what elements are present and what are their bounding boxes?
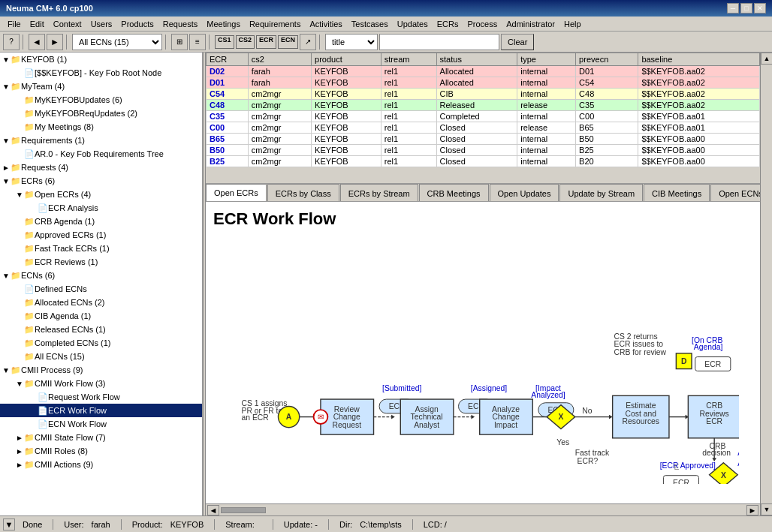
col-header-stream[interactable]: stream xyxy=(381,53,436,66)
col-header-baseline[interactable]: baseline xyxy=(638,53,760,66)
tree-item-my-meetings[interactable]: 📁 My Meetings (8) xyxy=(0,120,202,134)
tree-item-cmii-actions[interactable]: ► 📁 CMII Actions (9) xyxy=(0,458,202,471)
tree-item-ecr-analysis[interactable]: 📄 ECR Analysis xyxy=(0,201,202,215)
scroll-left-btn[interactable]: ◄ xyxy=(207,505,219,515)
tree-item-released-ecns[interactable]: 📁 Released ECNs (1) xyxy=(0,323,202,336)
menu-help[interactable]: Help xyxy=(559,18,586,30)
ecns-dropdown[interactable]: All ECNs (15) xyxy=(72,34,162,50)
scroll-right-btn[interactable]: ► xyxy=(746,505,758,515)
table-row[interactable]: C35cm2mgrKEYFOBrel1CompletedinternalC00$… xyxy=(207,111,760,122)
col-header-status[interactable]: status xyxy=(436,53,517,66)
menu-testcases[interactable]: Testcases xyxy=(347,18,393,30)
tree-item-allocated-ecns[interactable]: 📁 Allocated ECNs (2) xyxy=(0,296,202,309)
grid-button[interactable]: ⊞ xyxy=(171,34,188,50)
tree-item-keyfob[interactable]: ▼ 📁 KEYFOB (1) xyxy=(0,53,202,66)
table-row[interactable]: B25cm2mgrKEYFOBrel1ClosedinternalB20$$KE… xyxy=(207,156,760,167)
scroll-down-btn[interactable]: ▼ xyxy=(761,503,772,515)
status-icon-btn[interactable]: ▼ xyxy=(3,518,15,530)
cs1-button[interactable]: CS1 xyxy=(215,35,234,49)
tree-item-cmii-roles[interactable]: ► 📁 CMII Roles (8) xyxy=(0,444,202,458)
expand-icon[interactable]: ▼ xyxy=(2,366,11,374)
tree-item-cmii-process[interactable]: ▼ 📁 CMII Process (9) xyxy=(0,363,202,377)
menu-requests[interactable]: Requests xyxy=(158,18,202,30)
tree-item-ecrs[interactable]: ▼ 📁 ECRs (6) xyxy=(0,174,202,188)
tree-item-requests[interactable]: ► 📁 Requests (4) xyxy=(0,161,202,174)
menu-ecrs[interactable]: ECRs xyxy=(433,18,463,30)
menu-administrator[interactable]: Administrator xyxy=(502,18,559,30)
menu-users[interactable]: Users xyxy=(86,18,117,30)
tab-ecrs-by-stream[interactable]: ECRs by Stream xyxy=(340,184,418,202)
col-header-product[interactable]: product xyxy=(312,53,381,66)
expand-icon[interactable]: ▼ xyxy=(15,380,24,388)
col-header-prevecn[interactable]: prevecn xyxy=(576,53,638,66)
menu-updates[interactable]: Updates xyxy=(393,18,433,30)
tree-item-approved-ecrs[interactable]: 📁 Approved ECRs (1) xyxy=(0,228,202,242)
tree-item-ecn-workflow[interactable]: 📄 ECN Work Flow xyxy=(0,417,202,431)
back-button[interactable]: ◄ xyxy=(29,34,45,50)
expand-icon[interactable]: ▼ xyxy=(2,272,11,280)
expand-icon[interactable]: ▼ xyxy=(2,83,11,91)
tree-item-requirements[interactable]: ▼ 📁 Requirements (1) xyxy=(0,134,202,147)
tree-item-ecr-reviews[interactable]: 📁 ECR Reviews (1) xyxy=(0,255,202,269)
clear-button[interactable]: Clear xyxy=(501,34,534,50)
menu-file[interactable]: File xyxy=(3,18,26,30)
tree-item-ecr-workflow[interactable]: 📄 ECR Work Flow xyxy=(0,404,202,417)
ecn-button[interactable]: ECN xyxy=(278,35,298,49)
table-row[interactable]: B65cm2mgrKEYFOBrel1ClosedinternalB50$$KE… xyxy=(207,134,760,145)
tree-item-cmii-workflow[interactable]: ▼ 📁 CMII Work Flow (3) xyxy=(0,377,202,390)
expand-icon[interactable]: ▼ xyxy=(15,191,24,199)
export-button[interactable]: ↗ xyxy=(300,34,316,50)
tree-item-completed-ecns[interactable]: 📁 Completed ECNs (1) xyxy=(0,336,202,350)
tab-open-ecrs[interactable]: Open ECRs xyxy=(206,184,267,202)
close-button[interactable]: ✕ xyxy=(754,3,766,14)
tab-open-ecns[interactable]: Open ECNs xyxy=(710,184,760,202)
table-row[interactable]: B50cm2mgrKEYFOBrel1ClosedinternalB25$$KE… xyxy=(207,145,760,156)
tree-item-cmii-stateflow[interactable]: ► 📁 CMII State Flow (7) xyxy=(0,431,202,444)
minimize-button[interactable]: ─ xyxy=(727,3,739,14)
tab-update-by-stream[interactable]: Update by Stream xyxy=(559,184,643,202)
expand-icon[interactable]: ▼ xyxy=(2,137,11,145)
ecr-button[interactable]: ECR xyxy=(256,35,276,49)
col-header-cs2[interactable]: cs2 xyxy=(248,53,311,66)
menu-meetings[interactable]: Meetings xyxy=(202,18,245,30)
expand-icon[interactable]: ▼ xyxy=(2,177,11,185)
tab-ecrs-by-class[interactable]: ECRs by Class xyxy=(267,184,339,202)
tree-item-all-ecns[interactable]: 📁 All ECNs (15) xyxy=(0,350,202,363)
forward-button[interactable]: ► xyxy=(47,34,63,50)
menu-edit[interactable]: Edit xyxy=(26,18,49,30)
tree-item-crb-agenda[interactable]: 📁 CRB Agenda (1) xyxy=(0,215,202,228)
tab-crb-meetings[interactable]: CRB Meetings xyxy=(419,184,489,202)
tree-item-mykeyfobupdates[interactable]: 📁 MyKEYFOBUpdates (6) xyxy=(0,93,202,107)
tab-cib-meetings[interactable]: CIB Meetings xyxy=(644,184,710,202)
tree-item-cib-agenda[interactable]: 📁 CIB Agenda (1) xyxy=(0,309,202,323)
expand-icon[interactable]: ▼ xyxy=(2,56,11,64)
tree-item-keyfob-node[interactable]: 📄 [$$KEYFOB] - Key Fob Root Node xyxy=(0,66,202,80)
tree-item-ecns[interactable]: ▼ 📁 ECNs (6) xyxy=(0,269,202,282)
search-input[interactable] xyxy=(379,34,499,50)
table-row[interactable]: C48cm2mgrKEYFOBrel1ReleasedreleaseC35$$K… xyxy=(207,100,760,111)
tree-item-mykeyfobRequpdates[interactable]: 📁 MyKEYFOBReqUpdates (2) xyxy=(0,107,202,120)
tree-item-ar0[interactable]: 📄 AR.0 - Key Fob Requirements Tree xyxy=(0,147,202,161)
help-button[interactable]: ? xyxy=(3,34,20,50)
cs2-button[interactable]: CS2 xyxy=(236,35,255,49)
horizontal-scrollbar[interactable]: ◄ ► xyxy=(206,503,760,515)
scroll-up-btn[interactable]: ▲ xyxy=(761,53,772,65)
view-dropdown[interactable]: title xyxy=(325,34,378,50)
tree-item-myteam[interactable]: ▼ 📁 MyTeam (4) xyxy=(0,80,202,93)
menu-products[interactable]: Products xyxy=(116,18,158,30)
menu-activities[interactable]: Activities xyxy=(305,18,346,30)
menu-process[interactable]: Process xyxy=(463,18,502,30)
tree-item-open-ecrs[interactable]: ▼ 📁 Open ECRs (4) xyxy=(0,188,202,201)
scrollbar-thumb[interactable] xyxy=(221,507,266,513)
table-row[interactable]: D02farahKEYFOBrel1AllocatedinternalD01$$… xyxy=(207,66,760,77)
table-row[interactable]: C54cm2mgrKEYFOBrel1CIBinternalC48$$KEYFO… xyxy=(207,89,760,100)
table-row[interactable]: C00cm2mgrKEYFOBrel1ClosedreleaseB65$$KEY… xyxy=(207,122,760,134)
tree-item-request-workflow[interactable]: 📄 Request Work Flow xyxy=(0,390,202,404)
maximize-button[interactable]: □ xyxy=(740,3,752,14)
table-row[interactable]: D01farahKEYFOBrel1AllocatedinternalC54$$… xyxy=(207,77,760,89)
menu-context[interactable]: Context xyxy=(49,18,86,30)
col-header-ecr[interactable]: ECR xyxy=(207,53,249,66)
tree-item-fast-track[interactable]: 📁 Fast Track ECRs (1) xyxy=(0,242,202,255)
menu-requirements[interactable]: Requirements xyxy=(245,18,305,30)
col-header-type[interactable]: type xyxy=(517,53,576,66)
